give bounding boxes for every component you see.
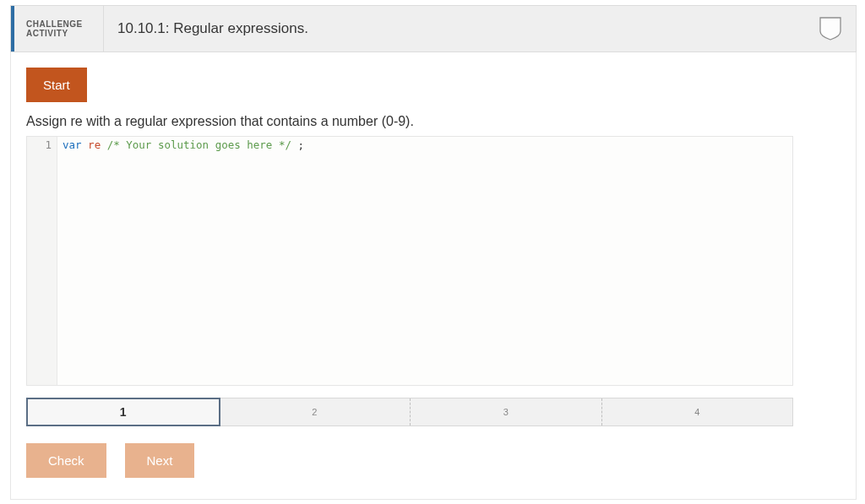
line-number: 1 (27, 138, 52, 151)
start-button[interactable]: Start (26, 68, 87, 102)
step-4[interactable]: 4 (602, 398, 793, 425)
editor-gutter: 1 (27, 137, 57, 385)
next-button[interactable]: Next (125, 443, 195, 478)
step-3[interactable]: 3 (411, 398, 602, 425)
challenge-tag-line1: CHALLENGE (26, 19, 103, 29)
token-semicolon: ; (297, 138, 304, 151)
header-shield-icon (805, 6, 856, 51)
token-keyword: var (63, 138, 82, 151)
challenge-tag: CHALLENGE ACTIVITY (11, 6, 104, 51)
challenge-header: CHALLENGE ACTIVITY 10.10.1: Regular expr… (10, 5, 857, 52)
instruction-text: Assign re with a regular expression that… (26, 114, 841, 129)
token-comment: /* Your solution goes here */ (107, 138, 291, 151)
content-area: Start Assign re with a regular expressio… (10, 52, 857, 500)
check-button[interactable]: Check (26, 443, 106, 478)
challenge-tag-line2: ACTIVITY (26, 29, 103, 38)
token-identifier: re (88, 138, 101, 151)
stepper: 1 2 3 4 (26, 398, 793, 426)
step-1[interactable]: 1 (26, 398, 220, 426)
code-pane[interactable]: var re /* Your solution goes here */ ; (57, 137, 792, 385)
code-editor[interactable]: 1 var re /* Your solution goes here */ ; (26, 136, 793, 386)
step-2[interactable]: 2 (220, 398, 411, 425)
action-row: Check Next (26, 443, 841, 478)
page-title: 10.10.1: Regular expressions. (104, 6, 805, 51)
